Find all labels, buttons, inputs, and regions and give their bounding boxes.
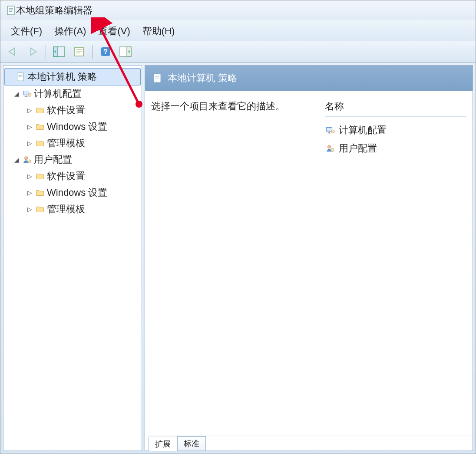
expand-icon[interactable]: ▷	[26, 123, 33, 130]
details-header-title: 本地计算机 策略	[168, 72, 237, 85]
user-icon	[325, 143, 335, 154]
policy-icon	[152, 73, 162, 83]
tree-user-config[interactable]: ◢ 用户配置	[4, 151, 141, 168]
action-pane-button[interactable]	[117, 43, 134, 60]
column-header-name[interactable]: 名称	[325, 100, 466, 117]
policy-icon	[15, 72, 26, 82]
toolbar: ?	[0, 41, 476, 63]
computer-icon	[325, 125, 335, 135]
details-list: 名称 计算机配置 用户配置	[325, 100, 466, 426]
help-button[interactable]: ?	[97, 43, 114, 60]
details-header: 本地计算机 策略	[145, 66, 473, 91]
title-bar: 本地组策略编辑器	[0, 0, 476, 20]
folder-icon	[35, 188, 45, 198]
toolbar-separator	[92, 45, 93, 59]
tree-admin-templates[interactable]: ▷ 管理模板	[4, 135, 141, 151]
show-hide-tree-button[interactable]	[50, 43, 68, 60]
svg-rect-20	[25, 96, 27, 97]
navigation-tree[interactable]: 本地计算机 策略 ◢ 计算机配置 ▷ 软件设置 ▷	[3, 65, 142, 451]
svg-point-23	[25, 157, 28, 160]
tab-extended[interactable]: 扩展	[149, 437, 177, 451]
tree-software-settings-user[interactable]: ▷ 软件设置	[4, 168, 141, 184]
list-item-user-config[interactable]: 用户配置	[325, 139, 466, 158]
details-panel: 本地计算机 策略 选择一个项目来查看它的描述。 名称 计算机配置	[145, 65, 473, 451]
svg-rect-21	[25, 96, 28, 97]
app-icon	[6, 5, 16, 16]
collapse-icon[interactable]: ◢	[13, 156, 20, 163]
list-item-label: 用户配置	[339, 142, 377, 155]
tree-node-label: Windows 设置	[47, 186, 107, 199]
svg-rect-30	[328, 133, 331, 133]
svg-point-33	[331, 148, 334, 151]
tree-windows-settings-user[interactable]: ▷ Windows 设置	[4, 184, 141, 201]
expand-icon[interactable]: ▷	[26, 189, 33, 196]
back-button	[4, 43, 21, 60]
svg-point-24	[28, 160, 31, 163]
details-tabs: 扩展 标准	[145, 435, 473, 451]
tree-node-label: 本地计算机 策略	[27, 70, 97, 83]
tree-node-label: 管理模板	[47, 203, 85, 216]
folder-icon	[35, 171, 45, 181]
toolbar-separator	[46, 45, 46, 59]
tree-node-label: Windows 设置	[47, 120, 107, 133]
expand-icon[interactable]: ▷	[26, 173, 33, 180]
svg-text:?: ?	[103, 48, 108, 56]
details-description: 选择一个项目来查看它的描述。	[151, 100, 316, 426]
tree-computer-config[interactable]: ◢ 计算机配置	[4, 86, 141, 102]
forward-button	[24, 43, 41, 60]
list-item-label: 计算机配置	[339, 124, 387, 137]
tree-node-label: 软件设置	[47, 170, 85, 183]
menu-bar: 文件(F) 操作(A) 查看(V) 帮助(H)	[0, 20, 476, 41]
menu-view[interactable]: 查看(V)	[98, 25, 130, 38]
folder-icon	[35, 105, 45, 115]
svg-point-32	[328, 145, 331, 148]
menu-help[interactable]: 帮助(H)	[142, 25, 175, 38]
menu-file[interactable]: 文件(F)	[11, 25, 42, 38]
content-area: 本地计算机 策略 ◢ 计算机配置 ▷ 软件设置 ▷	[0, 63, 476, 454]
window-title: 本地组策略编辑器	[16, 4, 93, 17]
tab-standard[interactable]: 标准	[177, 436, 206, 451]
tree-node-label: 用户配置	[34, 153, 72, 166]
tree-node-label: 软件设置	[47, 104, 85, 117]
tree-software-settings[interactable]: ▷ 软件设置	[4, 102, 141, 118]
user-icon	[22, 155, 32, 165]
folder-icon	[35, 204, 45, 214]
tree-root-node[interactable]: 本地计算机 策略	[4, 68, 141, 86]
tree-windows-settings[interactable]: ▷ Windows 设置	[4, 118, 141, 135]
tree-admin-templates-user[interactable]: ▷ 管理模板	[4, 201, 141, 217]
svg-point-22	[28, 93, 31, 96]
tree-node-label: 计算机配置	[34, 87, 82, 100]
folder-icon	[35, 138, 45, 148]
expand-icon[interactable]: ▷	[26, 107, 33, 114]
folder-icon	[35, 122, 45, 132]
svg-rect-29	[328, 132, 330, 133]
menu-action[interactable]: 操作(A)	[54, 25, 86, 38]
app-window: 本地组策略编辑器 文件(F) 操作(A) 查看(V) 帮助(H) ?	[0, 0, 476, 454]
properties-button[interactable]	[70, 43, 88, 60]
expand-icon[interactable]: ▷	[26, 206, 33, 213]
list-item-computer-config[interactable]: 计算机配置	[325, 121, 466, 139]
svg-rect-0	[7, 6, 14, 15]
details-body: 选择一个项目来查看它的描述。 名称 计算机配置 用户配置	[145, 91, 473, 435]
svg-rect-7	[75, 47, 83, 56]
computer-icon	[22, 89, 32, 99]
tree-node-label: 管理模板	[47, 137, 85, 150]
svg-point-31	[331, 130, 334, 133]
collapse-icon[interactable]: ◢	[13, 90, 20, 97]
expand-icon[interactable]: ▷	[26, 140, 33, 147]
